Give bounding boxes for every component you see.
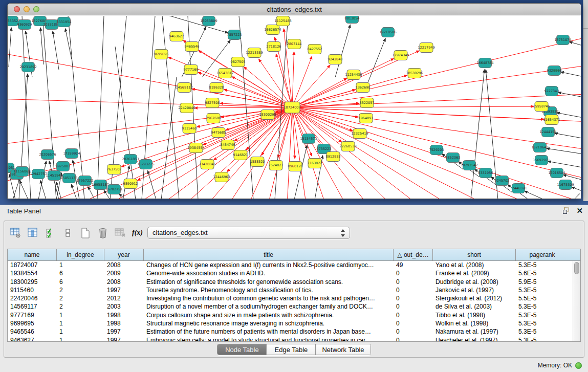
network-node[interactable]: 20261853 — [122, 155, 139, 164]
cell-in_degree[interactable]: 6 — [57, 278, 104, 286]
network-canvas[interactable]: 1055352793609291527680320331892833195420… — [8, 16, 581, 199]
network-node[interactable]: 17974349 — [392, 51, 409, 60]
network-node[interactable]: 12446591 — [510, 184, 527, 193]
column-header-name[interactable]: name — [8, 249, 57, 260]
network-node[interactable]: 7163822 — [308, 159, 322, 168]
cell-name[interactable]: 22420046 — [8, 294, 57, 302]
cell-title[interactable]: Embryonic stem cells: a model to study s… — [144, 336, 394, 341]
cell-pagerank[interactable]: 5.3E-5 — [516, 327, 569, 336]
network-node[interactable]: 9245702 — [495, 176, 510, 186]
table-row[interactable]: 1456911722003Disruption of a novel membe… — [8, 302, 573, 311]
close-panel-icon[interactable]: ✕ — [576, 207, 583, 214]
network-node[interactable]: 9890912 — [123, 179, 138, 189]
cell-title[interactable]: Corpus callosum shape and size in male p… — [144, 311, 394, 319]
cell-title[interactable]: Investigating the contribution of common… — [144, 294, 394, 302]
cell-name[interactable]: 18724007 — [8, 261, 57, 269]
network-node[interactable]: 1964091 — [359, 114, 374, 123]
network-node[interactable]: 9329966 — [547, 66, 562, 76]
network-node[interactable]: 8912935 — [326, 152, 341, 162]
table-row[interactable]: 969969511998Structural magnetic resonanc… — [8, 319, 573, 327]
network-node[interactable]: 2803144 — [287, 39, 302, 49]
new-column-button[interactable] — [79, 227, 92, 239]
network-node[interactable]: 17016504 — [548, 168, 565, 178]
network-node[interactable]: 12446963 — [213, 172, 230, 182]
network-node[interactable]: 9827508 — [205, 98, 220, 108]
cell-pagerank[interactable]: 5.6E-5 — [516, 269, 569, 277]
network-node[interactable]: 9463627 — [169, 32, 184, 41]
network-node[interactable]: 16648784 — [476, 58, 493, 68]
network-node[interactable]: 2967608 — [206, 114, 221, 123]
cell-title[interactable]: Estimation of the future numbers of pati… — [144, 327, 394, 336]
network-node[interactable]: 10293547 — [461, 161, 477, 170]
network-node[interactable]: 22420046 — [178, 103, 195, 113]
cell-in_degree[interactable]: 1 — [57, 319, 104, 327]
window-resize-grip[interactable] — [573, 191, 580, 198]
network-node[interactable]: 11675309 — [557, 180, 574, 190]
cell-year[interactable]: 2008 — [104, 261, 144, 269]
network-node[interactable]: 7529203 — [429, 145, 444, 155]
cell-name[interactable]: 9699695 — [8, 319, 57, 327]
cell-name[interactable]: 9115460 — [8, 286, 57, 294]
network-node[interactable]: 15134571 — [300, 134, 317, 144]
network-node[interactable]: 7857223 — [227, 30, 242, 40]
network-node[interactable]: 12444154 — [539, 127, 556, 137]
cell-short[interactable]: Hescheler et al. (1997) — [433, 336, 516, 341]
cell-name[interactable]: 9777169 — [8, 311, 57, 319]
table-row[interactable]: 1830029562008Estimation of significance … — [8, 278, 573, 286]
column-header-out_de[interactable]: △ out_de… — [394, 249, 433, 260]
column-header-in_degree[interactable]: in_degree — [57, 249, 104, 260]
cell-out_degree[interactable]: 0 — [394, 269, 433, 277]
network-node[interactable]: 11125488 — [274, 16, 291, 26]
table-row[interactable]: 1872400712008Changes of HCN gene express… — [8, 261, 573, 269]
cell-out_degree[interactable]: 49 — [394, 261, 433, 269]
network-node[interactable]: 12942757 — [30, 169, 47, 179]
cell-out_degree[interactable]: 0 — [394, 286, 433, 294]
cell-year[interactable]: 2003 — [104, 302, 144, 311]
cell-title[interactable]: Tourette syndrome. Phenomenology and cla… — [144, 286, 394, 294]
network-node[interactable]: 12217949 — [418, 43, 434, 53]
network-node[interactable]: 23420046 — [199, 160, 215, 169]
cell-year[interactable]: 1997 — [104, 286, 144, 294]
network-node[interactable]: 9975887 — [56, 162, 71, 171]
cell-short[interactable]: Jankovic et al. (1997) — [433, 286, 516, 294]
float-panel-icon[interactable] — [563, 207, 570, 214]
cell-out_degree[interactable]: 0 — [394, 327, 433, 336]
network-node[interactable]: 9242848 — [328, 55, 343, 64]
cell-out_degree[interactable]: 0 — [394, 278, 433, 286]
network-node[interactable]: 11156869 — [13, 167, 30, 177]
network-node[interactable]: 1362690 — [356, 83, 371, 93]
tab-edge-table[interactable]: Edge Table — [267, 344, 316, 355]
network-node[interactable]: 9360929 — [17, 20, 32, 30]
network-node[interactable]: 16543812 — [216, 69, 233, 78]
network-node[interactable]: 18300295 — [259, 110, 276, 120]
network-node[interactable]: 17957222 — [76, 176, 93, 186]
cell-short[interactable]: Stergiakouli et al. (2012) — [433, 294, 516, 302]
table-row[interactable]: 946362711997Embryonic stem cells: a mode… — [8, 336, 573, 341]
network-node[interactable]: 19384554 — [187, 143, 204, 153]
network-node[interactable]: 7637502 — [107, 165, 122, 174]
cell-in_degree[interactable]: 1 — [57, 261, 104, 269]
network-node[interactable]: 18724007 — [284, 102, 300, 113]
cell-name[interactable]: 19384554 — [8, 269, 57, 277]
cell-year[interactable]: 1997 — [104, 327, 144, 336]
cell-short[interactable]: Nakamura et al. (1997) — [433, 327, 516, 336]
cell-name[interactable]: 9465546 — [8, 327, 57, 336]
table-scrollbar[interactable] — [573, 261, 580, 341]
cell-pagerank[interactable]: 5.3E-5 — [516, 286, 569, 294]
network-node[interactable]: 20231892 — [19, 62, 36, 72]
cell-name[interactable]: 9463627 — [8, 336, 57, 341]
cell-in_degree[interactable]: 1 — [57, 336, 104, 341]
cell-year[interactable]: 1998 — [104, 319, 144, 327]
network-node[interactable]: 8522057 — [360, 98, 375, 108]
cell-short[interactable]: Tibbo et al. (1998) — [433, 311, 516, 319]
column-header-title[interactable]: title — [144, 249, 394, 260]
network-node[interactable]: 20206576 — [39, 150, 56, 160]
network-node[interactable]: 16053809 — [200, 16, 217, 26]
network-node[interactable]: 9699695 — [154, 50, 169, 59]
network-window-titlebar[interactable]: citations_edges.txt — [8, 4, 581, 15]
cell-title[interactable]: Genome-wide association studies in ADHD. — [144, 269, 394, 277]
network-node[interactable]: 9465546 — [185, 42, 200, 52]
network-node[interactable]: 15692971 — [533, 156, 550, 165]
column-header-pagerank[interactable]: pagerank — [516, 249, 569, 260]
network-node[interactable]: 8960128 — [288, 162, 303, 171]
